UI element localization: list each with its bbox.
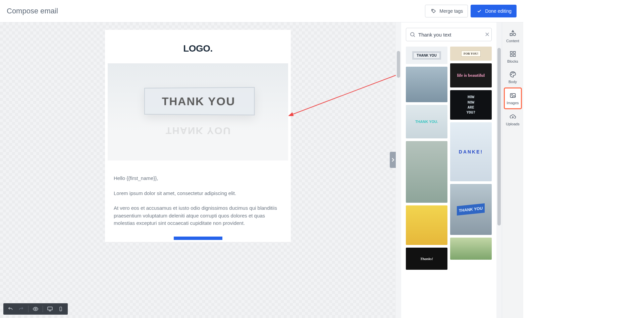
toolbar-separator bbox=[43, 306, 43, 312]
sidebar-label: Uploads bbox=[506, 122, 519, 126]
sidebar-label: Blocks bbox=[507, 59, 518, 63]
redo-button[interactable] bbox=[17, 305, 25, 313]
svg-rect-2 bbox=[48, 307, 52, 310]
hero-image[interactable]: THANK YOU THANK YOU bbox=[108, 63, 288, 161]
svg-rect-10 bbox=[510, 55, 512, 57]
glass-block: THANK YOU bbox=[144, 87, 255, 115]
cloud-upload-icon bbox=[509, 113, 517, 120]
tag-icon bbox=[430, 7, 437, 15]
svg-rect-6 bbox=[510, 34, 512, 36]
cta-row bbox=[114, 235, 282, 242]
sidebar-label: Body bbox=[508, 80, 517, 84]
image-thumb[interactable]: FOR YOU! bbox=[450, 47, 492, 61]
desktop-view-button[interactable] bbox=[46, 305, 54, 313]
image-thumb[interactable]: Thanks! bbox=[406, 248, 447, 270]
svg-rect-11 bbox=[513, 55, 515, 57]
mobile-view-button[interactable] bbox=[56, 305, 65, 313]
merge-tags-label: Merge tags bbox=[439, 8, 463, 14]
svg-point-12 bbox=[511, 74, 512, 75]
greeting: Hello {{first_name}}, bbox=[114, 175, 282, 182]
svg-rect-8 bbox=[510, 52, 512, 54]
glass-reflection: THANK YOU bbox=[144, 116, 255, 137]
canvas-area[interactable]: LOGO. THANK YOU THANK YOU Hello {{first_… bbox=[0, 22, 396, 318]
hero-text: THANK YOU bbox=[162, 94, 235, 108]
image-icon bbox=[509, 92, 517, 99]
toolbar-separator bbox=[28, 306, 29, 312]
image-thumb[interactable]: THANK YOU bbox=[406, 47, 447, 64]
bottom-toolbar bbox=[3, 303, 68, 315]
svg-point-16 bbox=[512, 94, 513, 96]
cta-button[interactable] bbox=[174, 237, 222, 240]
image-thumb[interactable] bbox=[406, 141, 447, 203]
image-thumb[interactable] bbox=[450, 238, 492, 260]
sidebar-item-body[interactable]: Body bbox=[504, 67, 522, 87]
svg-point-13 bbox=[512, 73, 513, 73]
svg-rect-9 bbox=[513, 52, 515, 54]
panel-scrollbar[interactable] bbox=[496, 22, 502, 318]
header: Compose email Merge tags Done editing bbox=[0, 0, 523, 22]
sidebar-label: Content bbox=[506, 39, 519, 43]
image-thumb[interactable]: DANKE! bbox=[450, 122, 492, 181]
svg-point-5 bbox=[411, 33, 414, 36]
sidebar-item-blocks[interactable]: Blocks bbox=[504, 47, 522, 67]
svg-rect-15 bbox=[510, 93, 515, 98]
sidebar-item-content[interactable]: Content bbox=[504, 26, 522, 46]
para1: Lorem ipsum dolor sit amet, consectetur … bbox=[114, 190, 282, 197]
image-thumb[interactable]: life is beautiful bbox=[450, 63, 492, 87]
scrollbar-thumb[interactable] bbox=[397, 51, 400, 78]
done-editing-label: Done editing bbox=[485, 8, 512, 14]
canvas-scrollbar[interactable] bbox=[396, 22, 401, 318]
image-grid: THANK YOU THANK YOU. Thanks! FOR YOU! li… bbox=[406, 47, 492, 318]
search-icon bbox=[410, 31, 416, 38]
clear-search-icon[interactable]: ✕ bbox=[485, 31, 490, 38]
check-icon bbox=[476, 7, 483, 15]
para2: At vero eos et accusamus et iusto odio d… bbox=[114, 204, 282, 227]
main: LOGO. THANK YOU THANK YOU Hello {{first_… bbox=[0, 22, 523, 318]
email-logo[interactable]: LOGO. bbox=[108, 43, 288, 54]
svg-point-0 bbox=[432, 10, 433, 11]
page-title: Compose email bbox=[7, 7, 58, 15]
collapse-panel-handle[interactable] bbox=[390, 152, 396, 168]
scrollbar-thumb[interactable] bbox=[497, 48, 501, 226]
svg-point-14 bbox=[513, 73, 514, 73]
svg-point-7 bbox=[513, 33, 515, 36]
image-thumb[interactable]: THANK YOU. bbox=[406, 105, 447, 138]
shapes-icon bbox=[509, 30, 517, 37]
done-editing-button[interactable]: Done editing bbox=[471, 5, 517, 17]
sidebar-item-uploads[interactable]: Uploads bbox=[504, 110, 522, 129]
email-canvas[interactable]: LOGO. THANK YOU THANK YOU Hello {{first_… bbox=[105, 30, 291, 242]
images-panel: ✕ THANK YOU THANK YOU. Thanks! FOR YOU! … bbox=[401, 22, 496, 318]
image-thumb[interactable] bbox=[406, 67, 447, 102]
grid-icon bbox=[509, 50, 517, 58]
image-thumb[interactable] bbox=[406, 205, 447, 245]
right-sidebar: Content Blocks Body Images bbox=[502, 22, 523, 318]
email-body[interactable]: Hello {{first_name}}, Lorem ipsum dolor … bbox=[108, 175, 288, 242]
undo-button[interactable] bbox=[6, 305, 15, 313]
header-actions: Merge tags Done editing bbox=[425, 5, 517, 17]
sidebar-item-images[interactable]: Images bbox=[504, 88, 522, 109]
svg-point-1 bbox=[35, 308, 37, 310]
palette-icon bbox=[509, 71, 517, 78]
merge-tags-button[interactable]: Merge tags bbox=[425, 5, 468, 17]
search-input[interactable] bbox=[418, 32, 482, 38]
preview-button[interactable] bbox=[31, 305, 40, 313]
image-search-box[interactable]: ✕ bbox=[406, 28, 492, 41]
image-thumb[interactable]: THANK YOU bbox=[450, 184, 492, 235]
image-thumb[interactable]: HOWNOWAREYOU? bbox=[450, 90, 492, 120]
sidebar-label: Images bbox=[506, 101, 519, 105]
